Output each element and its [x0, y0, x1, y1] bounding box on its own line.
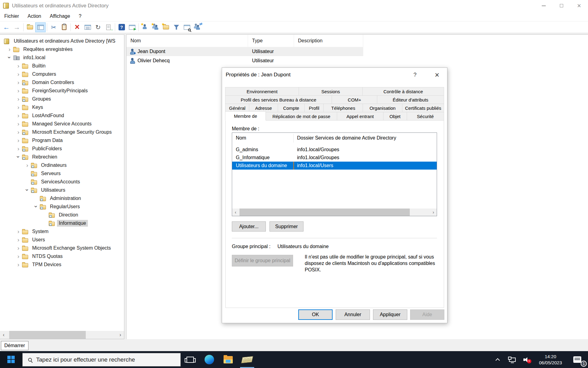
cancel-button[interactable]: Annuler: [336, 309, 370, 320]
chevron-collapsed-icon[interactable]: ›: [15, 104, 22, 110]
scroll-left-icon[interactable]: ‹: [232, 209, 239, 216]
forward-icon[interactable]: →: [12, 22, 22, 32]
tab-objet[interactable]: Objet: [383, 112, 407, 121]
chevron-collapsed-icon[interactable]: ›: [15, 137, 22, 143]
tree-item-groupes[interactable]: ›Groupes: [0, 95, 124, 103]
tab-environnement[interactable]: Environnement: [225, 87, 299, 96]
paste-icon[interactable]: [59, 22, 69, 32]
chevron-collapsed-icon[interactable]: ›: [15, 88, 22, 94]
tab-adresse[interactable]: Adresse: [249, 104, 278, 112]
chevron-collapsed-icon[interactable]: ›: [15, 113, 22, 118]
chevron-collapsed-icon[interactable]: ›: [15, 121, 22, 127]
tab-contr-le-distance[interactable]: Contrôle à distance: [362, 87, 444, 96]
tree-item-utilisateurs[interactable]: ›Utilisateurs: [0, 186, 124, 194]
menu-fichier[interactable]: Fichier: [0, 13, 23, 19]
restore-icon[interactable]: [552, 0, 570, 11]
tab-profil[interactable]: Profil: [304, 104, 324, 112]
play-win-icon[interactable]: ▶: [127, 22, 137, 32]
tab-s-curit[interactable]: Sécurité: [407, 112, 444, 121]
chevron-expanded-icon[interactable]: ›: [33, 203, 39, 210]
file-explorer-button[interactable]: [219, 351, 238, 368]
tree-item-managed-service-accounts[interactable]: ›Managed Service Accounts: [0, 120, 124, 128]
tab-g-n-ral[interactable]: Général: [225, 104, 249, 112]
chevron-expanded-icon[interactable]: ›: [7, 54, 13, 61]
tab-diteur-d-attributs[interactable]: Éditeur d'attributs: [377, 95, 444, 104]
aduc-app-button[interactable]: [238, 351, 257, 368]
scroll-right-icon[interactable]: ›: [117, 331, 124, 339]
tree-item-users[interactable]: ›Users: [0, 236, 124, 244]
taskbar-search[interactable]: Tapez ici pour effectuer une recherche: [22, 353, 181, 366]
menu-affichage[interactable]: Affichage: [45, 13, 74, 19]
chevron-collapsed-icon[interactable]: ›: [15, 253, 22, 259]
tree-item-tpm-devices[interactable]: ›TPM Devices: [0, 260, 124, 269]
tree-item-administration[interactable]: ›Administration: [0, 194, 124, 202]
chevron-collapsed-icon[interactable]: ›: [15, 146, 22, 151]
close-icon[interactable]: ×: [570, 0, 588, 11]
tree-item-lostandfound[interactable]: ›LostAndFound: [0, 111, 124, 120]
user-row-olivier-dehecq[interactable]: Olivier DehecqUtilisateur: [126, 56, 363, 65]
minimize-icon[interactable]: [535, 0, 552, 11]
tab-profil-des-services-bureau-distance[interactable]: Profil des services Bureau à distance: [225, 95, 332, 104]
tree-horizontal-scrollbar[interactable]: ‹ ›: [0, 331, 124, 339]
chevron-collapsed-icon[interactable]: ›: [15, 79, 22, 85]
tree-item-builtin[interactable]: ›Builtin: [0, 62, 124, 70]
tree-item-keys[interactable]: ›Keys: [0, 103, 124, 111]
tree-item-computers[interactable]: ›Computers: [0, 70, 124, 78]
start-button[interactable]: [0, 351, 22, 368]
remove-button[interactable]: Supprimer: [270, 221, 303, 232]
tree-item-rebrechien[interactable]: ›Rebrechien: [0, 153, 124, 161]
tree-item-microsoft-exchange-system-objects[interactable]: ›Microsoft Exchange System Objects: [0, 244, 124, 252]
add-button[interactable]: Ajouter...: [232, 221, 266, 232]
tab-membre-de[interactable]: Membre de: [225, 111, 266, 121]
new-user-icon[interactable]: ★: [140, 22, 150, 32]
tree-item-system[interactable]: ›System: [0, 227, 124, 236]
member-row-g-informatique[interactable]: G_Informatiqueinfo1.local/Groupes: [232, 154, 437, 162]
delegate-icon[interactable]: ⇄: [192, 22, 202, 32]
chevron-collapsed-icon[interactable]: ›: [15, 71, 22, 77]
set-primary-group-button[interactable]: Définir le groupe principal: [232, 255, 293, 266]
chevron-collapsed-icon[interactable]: ›: [15, 63, 22, 69]
volume-tray-button[interactable]: ×: [520, 351, 534, 368]
dialog-close-icon[interactable]: ×: [429, 68, 445, 82]
tab-appel-entrant[interactable]: Appel entrant: [337, 112, 383, 121]
chevron-collapsed-icon[interactable]: ›: [6, 46, 13, 52]
tree-item-serveurs[interactable]: ›Serveurs: [0, 169, 124, 178]
menu-aide[interactable]: ?: [74, 13, 86, 19]
chevron-collapsed-icon[interactable]: ›: [15, 245, 22, 251]
chevron-collapsed-icon[interactable]: ›: [15, 262, 22, 267]
tree-item-servicesaccounts[interactable]: ›ServicesAccounts: [0, 178, 124, 186]
tree-item-requ-tes-enregistr-es[interactable]: ›Requêtes enregistrées: [0, 45, 124, 53]
chevron-expanded-icon[interactable]: ›: [24, 186, 30, 194]
tree-item-publicfolders[interactable]: ›PublicFolders: [0, 144, 124, 153]
open-folder-icon[interactable]: →: [25, 22, 35, 32]
chevron-collapsed-icon[interactable]: ›: [15, 129, 22, 135]
tab-compte[interactable]: Compte: [278, 104, 305, 112]
find-icon[interactable]: [182, 22, 192, 32]
tree-item-foreignsecurityprincipals[interactable]: ›ForeignSecurityPrincipals: [0, 86, 124, 95]
taskbar-clock[interactable]: 14:20 06/05/2023: [534, 354, 567, 366]
cut-icon[interactable]: ✂: [48, 22, 59, 32]
help-icon[interactable]: ?: [116, 22, 127, 32]
tree-item-program-data[interactable]: ›Program Data: [0, 136, 124, 144]
column-header-nom[interactable]: Nom: [126, 35, 248, 47]
tree-item-info1-local[interactable]: ›info1.local: [0, 53, 124, 62]
chevron-collapsed-icon[interactable]: ›: [15, 228, 22, 234]
filter-icon[interactable]: [171, 22, 182, 32]
tab-sessions[interactable]: Sessions: [299, 87, 363, 96]
console-tree-icon[interactable]: [35, 22, 46, 32]
menu-action[interactable]: Action: [23, 13, 45, 19]
tree-item-ntds-quotas[interactable]: ›NTDS Quotas: [0, 252, 124, 260]
scrollbar-thumb[interactable]: [239, 209, 410, 216]
apply-button[interactable]: Appliquer: [373, 309, 407, 320]
action-center-button[interactable]: 1: [567, 351, 588, 368]
member-col-nom[interactable]: Nom: [236, 135, 246, 141]
tree-item-ordinateurs[interactable]: ›Ordinateurs: [0, 161, 124, 169]
tray-expand-button[interactable]: [490, 351, 505, 368]
tab-r-plication-de-mot-de-passe[interactable]: Réplication de mot de passe: [266, 112, 337, 121]
member-col-folder[interactable]: Dossier Services de domaine Active Direc…: [297, 135, 396, 141]
tree-item-utilisateurs-et-ordinateurs-active-directory-ws[interactable]: Utilisateurs et ordinateurs Active Direc…: [0, 37, 124, 45]
export-list-icon[interactable]: →: [103, 22, 114, 32]
tree-item-domain-controllers[interactable]: ›Domain Controllers: [0, 78, 124, 86]
user-row-jean-dupont[interactable]: Jean DupontUtilisateur: [126, 47, 363, 56]
new-ou-icon[interactable]: ★: [161, 22, 171, 32]
